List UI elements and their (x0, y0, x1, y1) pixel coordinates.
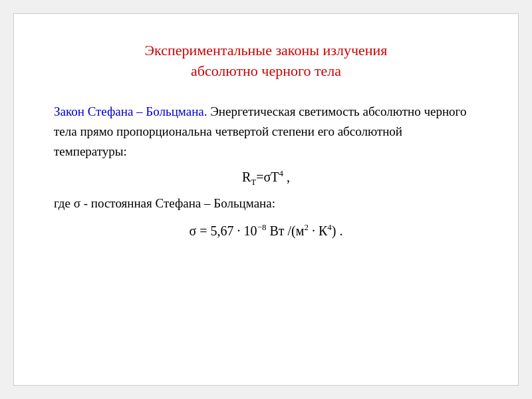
title-line-2: абсолютно черного тела (54, 61, 478, 82)
sigma-unit4: 4 (327, 222, 332, 232)
title-line-1: Экспериментальные законы излучения (54, 41, 478, 61)
slide: Экспериментальные законы излучения абсол… (13, 13, 519, 386)
where-text: где σ - постоянная Стефана – Больцмана: (54, 194, 478, 213)
formula-sub-t: T (251, 177, 256, 187)
law-name: Закон Стефана – Больцмана. (54, 104, 207, 118)
law-paragraph: Закон Стефана – Больцмана. Энергетическа… (54, 102, 478, 162)
sigma-formula-line: σ = 5,67 · 10−8 Вт /(м2 · К4) . (54, 220, 478, 241)
formula-line: RT=σT4 , (54, 166, 478, 190)
formula-sup-4: 4 (279, 168, 284, 178)
sigma-value: σ = 5,67 · 10−8 Вт /(м2 · К4) . (190, 223, 343, 238)
sigma-unit2: 2 (304, 222, 309, 232)
content-block: Закон Стефана – Больцмана. Энергетическа… (54, 102, 478, 241)
sigma-exp: −8 (257, 222, 267, 232)
formula-r: RT=σT4 , (242, 170, 290, 184)
title-block: Экспериментальные законы излучения абсол… (54, 41, 478, 82)
